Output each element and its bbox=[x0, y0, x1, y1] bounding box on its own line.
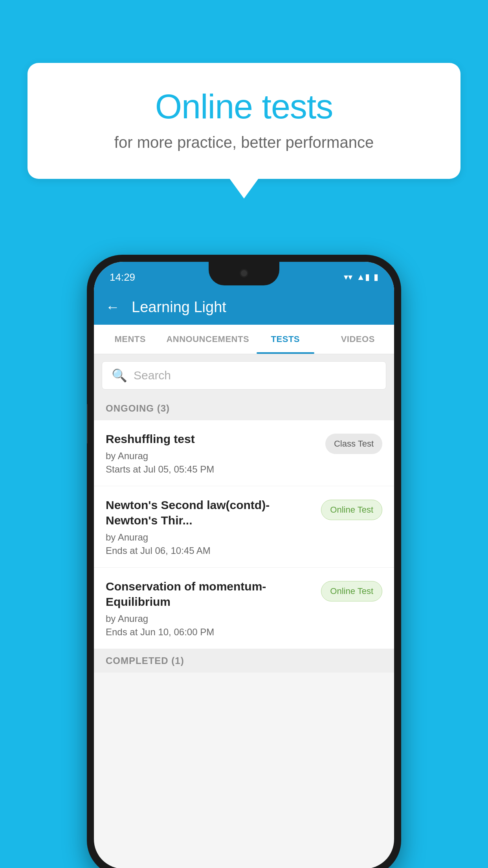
test-item[interactable]: Newton's Second law(contd)-Newton's Thir… bbox=[94, 486, 394, 568]
battery-icon: ▮ bbox=[374, 272, 378, 282]
test-author: by Anurag bbox=[106, 532, 313, 543]
camera-dot bbox=[240, 269, 248, 278]
phone-frame: 14:29 ▾▾ ▲▮ ▮ ← Learning Light MENTS ANN… bbox=[87, 255, 401, 868]
speech-bubble: Online tests for more practice, better p… bbox=[28, 63, 460, 179]
bubble-subtitle: for more practice, better performance bbox=[59, 134, 429, 151]
status-time: 14:29 bbox=[110, 271, 135, 283]
completed-section-header: COMPLETED (1) bbox=[94, 649, 394, 673]
app-title: Learning Light bbox=[132, 299, 226, 316]
test-badge-online: Online Test bbox=[321, 500, 382, 520]
test-time: Ends at Jul 06, 10:45 AM bbox=[106, 545, 313, 556]
app-header: ← Learning Light bbox=[94, 289, 394, 325]
test-info: Reshuffling test by Anurag Starts at Jul… bbox=[106, 431, 325, 475]
test-name: Newton's Second law(contd)-Newton's Thir… bbox=[106, 497, 313, 528]
test-time: Starts at Jul 05, 05:45 PM bbox=[106, 464, 317, 475]
wifi-icon: ▾▾ bbox=[344, 272, 352, 282]
test-name: Conservation of momentum-Equilibrium bbox=[106, 579, 313, 609]
test-info: Newton's Second law(contd)-Newton's Thir… bbox=[106, 497, 321, 556]
tab-videos[interactable]: VIDEOS bbox=[322, 325, 394, 354]
test-author: by Anurag bbox=[106, 613, 313, 624]
back-button[interactable]: ← bbox=[106, 299, 120, 315]
search-container: 🔍 Search bbox=[94, 354, 394, 397]
phone-outer: 14:29 ▾▾ ▲▮ ▮ ← Learning Light MENTS ANN… bbox=[87, 255, 401, 868]
test-item[interactable]: Conservation of momentum-Equilibrium by … bbox=[94, 568, 394, 649]
search-icon: 🔍 bbox=[112, 368, 127, 383]
test-info: Conservation of momentum-Equilibrium by … bbox=[106, 579, 321, 638]
completed-label: COMPLETED (1) bbox=[106, 655, 184, 666]
ongoing-label: ONGOING (3) bbox=[106, 403, 170, 414]
test-item[interactable]: Reshuffling test by Anurag Starts at Jul… bbox=[94, 420, 394, 486]
ongoing-section-header: ONGOING (3) bbox=[94, 397, 394, 420]
bubble-title: Online tests bbox=[59, 86, 429, 127]
test-time: Ends at Jun 10, 06:00 PM bbox=[106, 627, 313, 638]
test-list: Reshuffling test by Anurag Starts at Jul… bbox=[94, 420, 394, 649]
tab-ments[interactable]: MENTS bbox=[94, 325, 166, 354]
test-name: Reshuffling test bbox=[106, 431, 317, 447]
search-placeholder: Search bbox=[134, 369, 171, 382]
tabs-bar: MENTS ANNOUNCEMENTS TESTS VIDEOS bbox=[94, 325, 394, 354]
status-icons: ▾▾ ▲▮ ▮ bbox=[344, 272, 378, 282]
test-badge-online: Online Test bbox=[321, 581, 382, 601]
phone-screen: 14:29 ▾▾ ▲▮ ▮ ← Learning Light MENTS ANN… bbox=[94, 262, 394, 868]
tab-tests[interactable]: TESTS bbox=[249, 325, 321, 354]
signal-icon: ▲▮ bbox=[356, 272, 370, 282]
search-bar[interactable]: 🔍 Search bbox=[102, 361, 386, 390]
test-badge-class: Class Test bbox=[325, 434, 382, 454]
phone-notch bbox=[209, 262, 279, 285]
tab-announcements[interactable]: ANNOUNCEMENTS bbox=[166, 325, 249, 354]
speech-bubble-container: Online tests for more practice, better p… bbox=[28, 63, 460, 179]
test-author: by Anurag bbox=[106, 451, 317, 462]
